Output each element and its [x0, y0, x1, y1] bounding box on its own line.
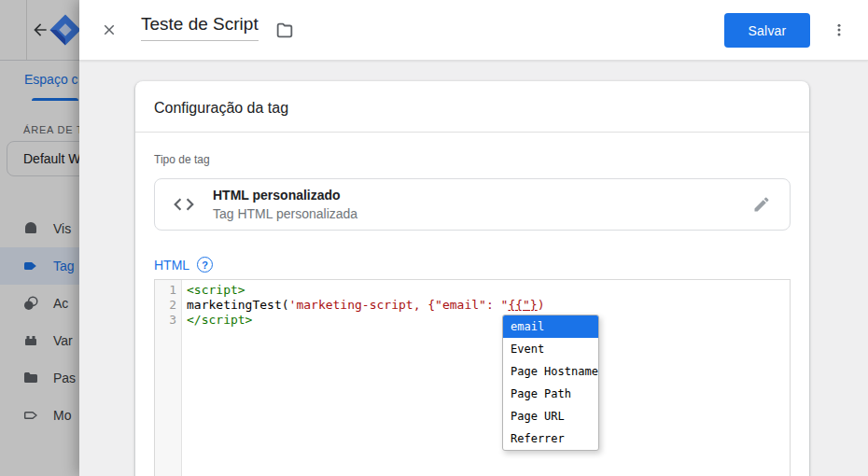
tag-type-selector[interactable]: HTML personalizado Tag HTML personalizad… — [154, 178, 791, 231]
card-header: Configuração da tag — [135, 81, 809, 133]
tag-configuration-card: Configuração da tag Tipo de tag HTML per… — [135, 81, 809, 476]
folder-button[interactable] — [273, 19, 297, 43]
tag-name-input[interactable]: Teste de Script — [141, 14, 259, 41]
tag-type-description: Tag HTML personalizada — [213, 206, 357, 221]
html-code-editor[interactable]: 1 2 3 <script>marketingTest('marketing-s… — [154, 279, 791, 476]
tag-type-label: Tipo de tag — [154, 153, 791, 166]
line-number: 1 — [155, 283, 181, 298]
autocomplete-item-referrer[interactable]: Referrer — [503, 427, 598, 450]
autocomplete-item-event[interactable]: Event — [503, 338, 598, 360]
card-body: Tipo de tag HTML personalizado Tag HTML … — [135, 133, 809, 476]
line-number: 3 — [155, 313, 181, 328]
code-icon — [172, 192, 196, 217]
folder-icon — [274, 21, 295, 41]
close-icon — [101, 21, 118, 38]
edit-tag-type-button[interactable] — [750, 193, 773, 216]
code-line-3: </script> — [187, 313, 790, 328]
card-title: Configuração da tag — [154, 100, 791, 117]
help-icon[interactable]: ? — [197, 257, 213, 273]
tag-editor-panel: Teste de Script Salvar Configuração da t… — [79, 0, 868, 476]
autocomplete-item-email[interactable]: email — [503, 315, 598, 338]
html-field-label: HTML — [154, 258, 189, 273]
tag-type-name: HTML personalizado — [213, 188, 357, 203]
variable-autocomplete-dropdown: email Event Page Hostname Page Path Page… — [502, 315, 599, 451]
code-line-1: <script> — [187, 283, 790, 298]
tag-type-texts: HTML personalizado Tag HTML personalizad… — [213, 188, 357, 221]
line-number: 2 — [155, 298, 181, 313]
pencil-icon — [752, 195, 771, 214]
autocomplete-item-page-url[interactable]: Page URL — [503, 405, 598, 427]
kebab-menu-icon — [831, 21, 847, 38]
html-field-header: HTML ? — [154, 257, 791, 273]
autocomplete-item-page-path[interactable]: Page Path — [503, 383, 598, 405]
kebab-menu-button[interactable] — [826, 17, 852, 43]
editor-header: Teste de Script Salvar — [79, 0, 868, 61]
editor-code-area[interactable]: <script>marketingTest('marketing-script,… — [182, 280, 790, 328]
editor-gutter: 1 2 3 — [155, 280, 182, 476]
gtm-tag-editor-screen: { "colors": { "accent_blue": "#1a73e8", … — [0, 0, 868, 476]
close-button[interactable] — [96, 17, 122, 43]
save-button[interactable]: Salvar — [724, 13, 810, 48]
code-line-2: marketingTest('marketing-script, {"email… — [187, 298, 790, 313]
autocomplete-item-page-hostname[interactable]: Page Hostname — [503, 360, 598, 383]
